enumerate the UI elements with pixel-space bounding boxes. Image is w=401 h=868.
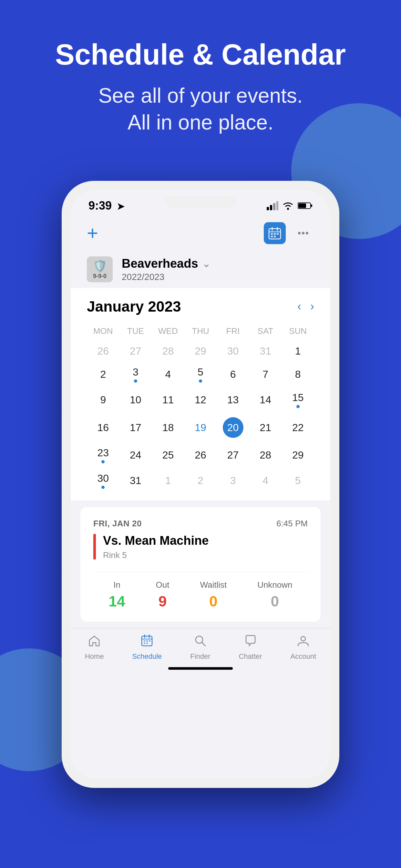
cal-day[interactable]: 5 (184, 362, 217, 386)
phone-frame: 9:39 ➤ (62, 181, 339, 788)
more-icon (297, 227, 310, 240)
cal-day[interactable]: 26 (87, 341, 120, 361)
cal-day[interactable]: 29 (184, 341, 217, 361)
svg-rect-28 (146, 643, 148, 644)
next-month-button[interactable]: › (310, 300, 314, 313)
cal-day[interactable]: 9 (87, 388, 120, 412)
calendar-header-row: MON TUE WED THU FRI SAT SUN (87, 324, 314, 338)
svg-rect-7 (298, 204, 306, 208)
cal-day[interactable]: 21 (249, 413, 282, 442)
cal-day[interactable]: 1 (281, 341, 314, 361)
more-options-button[interactable] (292, 222, 314, 244)
rsvp-in: In 14 (109, 580, 125, 610)
day-header-fri: FRI (217, 324, 249, 338)
event-header: FRI, JAN 20 6:45 PM (93, 519, 308, 529)
rsvp-unknown: Unknown 0 (257, 580, 292, 610)
cal-day[interactable]: 3 (120, 362, 152, 386)
team-header: 🛡️ 9-9-0 Beaverheads ⌄ 2022/2023 (71, 251, 330, 288)
hero-section: Schedule & Calendar See all of your even… (0, 39, 401, 136)
cal-day[interactable]: 18 (152, 413, 184, 442)
calendar-week-5: 23 24 25 26 27 28 29 (87, 443, 314, 467)
rsvp-out-label: Out (156, 580, 169, 590)
account-icon (297, 634, 310, 650)
home-indicator (168, 667, 233, 670)
cal-day[interactable]: 2 (184, 469, 217, 493)
tab-schedule[interactable]: Schedule (132, 634, 162, 661)
rsvp-waitlist-label: Waitlist (200, 580, 227, 590)
cal-day[interactable]: 30 (217, 341, 249, 361)
finder-icon (194, 634, 207, 650)
cal-day[interactable]: 14 (249, 388, 282, 412)
cal-day[interactable]: 7 (249, 362, 282, 386)
svg-rect-1 (270, 205, 272, 210)
phone-screen: 9:39 ➤ (71, 190, 330, 779)
svg-rect-12 (271, 233, 273, 235)
cal-day[interactable]: 15 (281, 388, 314, 412)
cal-day[interactable]: 16 (87, 413, 120, 442)
prev-month-button[interactable]: ‹ (297, 300, 301, 313)
team-dropdown-chevron: ⌄ (202, 257, 211, 270)
tab-home[interactable]: Home (85, 634, 104, 661)
cal-day[interactable]: 17 (120, 413, 152, 442)
cal-day[interactable]: 8 (281, 362, 314, 386)
calendar-view-button[interactable] (264, 222, 286, 244)
cal-day[interactable]: 28 (249, 443, 282, 467)
event-section: FRI, JAN 20 6:45 PM Vs. Mean Machine Rin… (71, 500, 330, 628)
cal-day[interactable]: 31 (249, 341, 282, 361)
tab-chatter[interactable]: Chatter (239, 634, 262, 661)
calendar-week-3: 9 10 11 12 13 14 15 (87, 388, 314, 412)
svg-rect-26 (149, 640, 150, 642)
tab-finder[interactable]: Finder (190, 634, 210, 661)
rsvp-unknown-label: Unknown (257, 580, 292, 590)
cal-day[interactable]: 23 (87, 443, 120, 467)
cal-day[interactable]: 24 (120, 443, 152, 467)
nav-right-icons (264, 222, 314, 244)
cal-day[interactable]: 19 (184, 413, 217, 442)
calendar-grid: MON TUE WED THU FRI SAT SUN 26 27 28 29 (87, 324, 314, 493)
svg-rect-24 (144, 640, 145, 642)
cal-day-today[interactable]: 20 (217, 413, 249, 442)
phone-inner: 9:39 ➤ (64, 183, 337, 785)
cal-day[interactable]: 3 (217, 469, 249, 493)
battery-icon (298, 202, 312, 210)
cal-day[interactable]: 25 (152, 443, 184, 467)
svg-rect-6 (311, 205, 312, 207)
rsvp-unknown-count: 0 (257, 593, 292, 610)
event-card[interactable]: FRI, JAN 20 6:45 PM Vs. Mean Machine Rin… (81, 507, 320, 622)
svg-point-17 (298, 232, 301, 235)
cal-day[interactable]: 4 (249, 469, 282, 493)
team-name-row[interactable]: Beaverheads ⌄ (122, 257, 314, 271)
tab-account[interactable]: Account (290, 634, 316, 661)
cal-day[interactable]: 26 (184, 443, 217, 467)
cal-day[interactable]: 27 (120, 341, 152, 361)
day-header-thu: THU (184, 324, 217, 338)
cal-day[interactable]: 30 (87, 469, 120, 493)
cal-day[interactable]: 29 (281, 443, 314, 467)
add-button[interactable]: + (87, 223, 98, 243)
cal-day[interactable]: 10 (120, 388, 152, 412)
cal-day[interactable]: 13 (217, 388, 249, 412)
event-color-bar (93, 534, 96, 560)
svg-rect-25 (146, 640, 148, 642)
cal-day[interactable]: 4 (152, 362, 184, 386)
cal-day[interactable]: 12 (184, 388, 217, 412)
hero-title: Schedule & Calendar (19, 39, 382, 71)
calendar-week-6: 30 31 1 2 3 4 5 (87, 469, 314, 493)
cal-day[interactable]: 22 (281, 413, 314, 442)
cal-day[interactable]: 31 (120, 469, 152, 493)
svg-point-18 (302, 232, 305, 235)
calendar-icon (268, 227, 281, 240)
month-header: January 2023 ‹ › (87, 298, 314, 315)
event-time: 6:45 PM (276, 519, 308, 529)
location-arrow-icon: ➤ (117, 202, 124, 212)
cal-day[interactable]: 11 (152, 388, 184, 412)
cal-day[interactable]: 1 (152, 469, 184, 493)
cal-day[interactable]: 2 (87, 362, 120, 386)
cal-day[interactable]: 27 (217, 443, 249, 467)
day-header-sun: SUN (281, 324, 314, 338)
team-logo-number: 9-9-0 (93, 273, 106, 280)
cal-day[interactable]: 6 (217, 362, 249, 386)
cal-day[interactable]: 28 (152, 341, 184, 361)
top-nav: + (71, 216, 330, 251)
cal-day[interactable]: 5 (281, 469, 314, 493)
